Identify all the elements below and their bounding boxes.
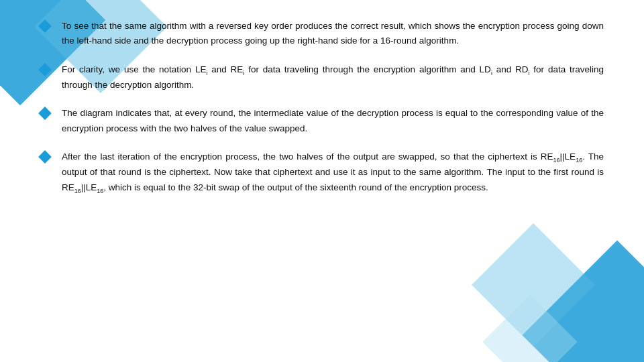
bullet-text-3: The diagram indicates that, at every rou… bbox=[62, 106, 604, 136]
bullet-text-2: For clarity, we use the notation LEi and… bbox=[62, 62, 604, 93]
bullet-text-4: After the last iteration of the encrypti… bbox=[62, 149, 604, 196]
bullet-item-3: The diagram indicates that, at every rou… bbox=[40, 106, 604, 136]
bullet-item-4: After the last iteration of the encrypti… bbox=[40, 149, 604, 196]
bullet-diamond-2 bbox=[38, 63, 52, 76]
bullet-text-1: To see that the same algorithm with a re… bbox=[62, 19, 604, 49]
bullet-diamond-1 bbox=[38, 19, 52, 33]
bullet-item-1: To see that the same algorithm with a re… bbox=[40, 19, 604, 49]
main-content: To see that the same algorithm with a re… bbox=[0, 0, 644, 223]
bullet-diamond-3 bbox=[38, 107, 52, 120]
bullet-diamond-4 bbox=[38, 150, 52, 164]
bullet-item-2: For clarity, we use the notation LEi and… bbox=[40, 62, 604, 93]
